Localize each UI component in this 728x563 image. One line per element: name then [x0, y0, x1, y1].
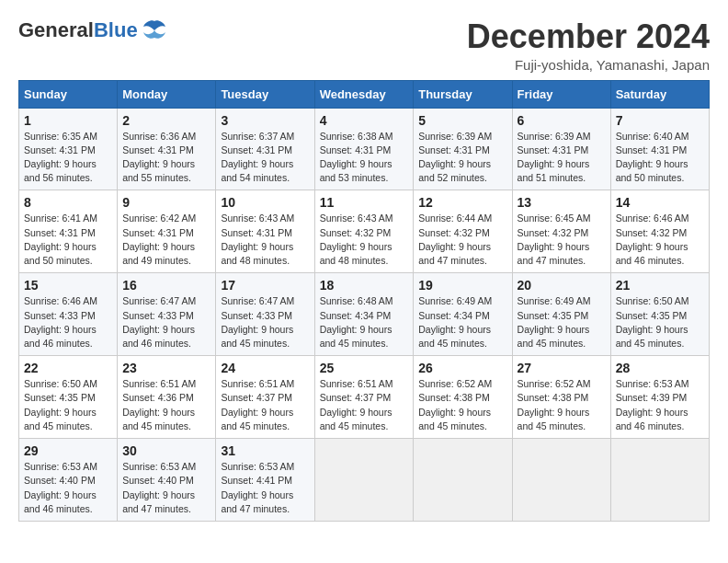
day-info: Sunrise: 6:53 AMSunset: 4:39 PMDaylight:…: [616, 377, 704, 433]
day-info: Sunrise: 6:39 AMSunset: 4:31 PMDaylight:…: [418, 130, 506, 186]
day-number: 16: [122, 278, 210, 293]
day-number: 22: [24, 361, 112, 375]
day-info: Sunrise: 6:51 AMSunset: 4:36 PMDaylight:…: [122, 377, 210, 433]
calendar-cell: 26Sunrise: 6:52 AMSunset: 4:38 PMDayligh…: [414, 356, 512, 439]
calendar-cell: 31Sunrise: 6:53 AMSunset: 4:41 PMDayligh…: [216, 439, 314, 522]
calendar-cell: 24Sunrise: 6:51 AMSunset: 4:37 PMDayligh…: [216, 356, 314, 439]
day-number: 5: [418, 113, 506, 128]
day-number: 6: [518, 113, 606, 128]
day-number: 27: [518, 361, 606, 375]
day-info: Sunrise: 6:52 AMSunset: 4:38 PMDaylight:…: [418, 377, 506, 433]
day-number: 25: [320, 361, 409, 375]
day-number: 10: [221, 195, 309, 210]
calendar-cell: 10Sunrise: 6:43 AMSunset: 4:31 PMDayligh…: [216, 190, 314, 273]
calendar-cell: 1Sunrise: 6:35 AMSunset: 4:31 PMDaylight…: [19, 108, 118, 190]
calendar-cell: 7Sunrise: 6:40 AMSunset: 4:31 PMDaylight…: [610, 108, 709, 190]
day-number: 30: [122, 443, 210, 458]
calendar-week-1: 1Sunrise: 6:35 AMSunset: 4:31 PMDaylight…: [19, 108, 710, 190]
day-info: Sunrise: 6:53 AMSunset: 4:41 PMDaylight:…: [221, 460, 309, 516]
calendar-cell: 6Sunrise: 6:39 AMSunset: 4:31 PMDaylight…: [512, 108, 610, 190]
calendar-cell: 8Sunrise: 6:41 AMSunset: 4:31 PMDaylight…: [19, 190, 118, 273]
day-number: 26: [418, 361, 506, 375]
day-info: Sunrise: 6:52 AMSunset: 4:38 PMDaylight:…: [518, 377, 606, 433]
day-info: Sunrise: 6:38 AMSunset: 4:31 PMDaylight:…: [320, 130, 409, 186]
day-number: 24: [221, 361, 309, 375]
calendar-cell: 25Sunrise: 6:51 AMSunset: 4:37 PMDayligh…: [314, 356, 414, 439]
day-info: Sunrise: 6:43 AMSunset: 4:32 PMDaylight:…: [320, 212, 409, 268]
day-info: Sunrise: 6:46 AMSunset: 4:33 PMDaylight:…: [24, 294, 112, 350]
day-number: 23: [122, 361, 210, 375]
logo-blue: Blue: [94, 18, 138, 41]
day-info: Sunrise: 6:37 AMSunset: 4:31 PMDaylight:…: [221, 130, 309, 186]
day-info: Sunrise: 6:45 AMSunset: 4:32 PMDaylight:…: [518, 212, 606, 268]
calendar-week-4: 22Sunrise: 6:50 AMSunset: 4:35 PMDayligh…: [19, 356, 710, 439]
calendar-cell: 23Sunrise: 6:51 AMSunset: 4:36 PMDayligh…: [118, 356, 216, 439]
calendar-cell: 5Sunrise: 6:39 AMSunset: 4:31 PMDaylight…: [414, 108, 512, 190]
calendar-cell: 21Sunrise: 6:50 AMSunset: 4:35 PMDayligh…: [610, 273, 709, 356]
day-number: 18: [320, 278, 409, 293]
day-number: 15: [24, 278, 112, 293]
day-number: 9: [122, 195, 210, 210]
calendar-cell: [512, 439, 610, 522]
day-info: Sunrise: 6:46 AMSunset: 4:32 PMDaylight:…: [616, 212, 704, 268]
calendar-body: 1Sunrise: 6:35 AMSunset: 4:31 PMDaylight…: [19, 108, 710, 521]
calendar-week-5: 29Sunrise: 6:53 AMSunset: 4:40 PMDayligh…: [19, 439, 710, 522]
day-info: Sunrise: 6:35 AMSunset: 4:31 PMDaylight:…: [24, 130, 112, 186]
calendar-cell: 16Sunrise: 6:47 AMSunset: 4:33 PMDayligh…: [118, 273, 216, 356]
calendar-cell: 13Sunrise: 6:45 AMSunset: 4:32 PMDayligh…: [512, 190, 610, 273]
calendar-cell: 3Sunrise: 6:37 AMSunset: 4:31 PMDaylight…: [216, 108, 314, 190]
day-number: 21: [616, 278, 704, 293]
title-block: December 2024 Fuji-yoshida, Yamanashi, J…: [467, 18, 710, 73]
calendar-week-2: 8Sunrise: 6:41 AMSunset: 4:31 PMDaylight…: [19, 190, 710, 273]
calendar-week-3: 15Sunrise: 6:46 AMSunset: 4:33 PMDayligh…: [19, 273, 710, 356]
calendar-cell: 12Sunrise: 6:44 AMSunset: 4:32 PMDayligh…: [414, 190, 512, 273]
calendar-cell: 4Sunrise: 6:38 AMSunset: 4:31 PMDaylight…: [314, 108, 414, 190]
day-number: 1: [24, 113, 112, 128]
day-info: Sunrise: 6:50 AMSunset: 4:35 PMDaylight:…: [24, 377, 112, 433]
day-info: Sunrise: 6:51 AMSunset: 4:37 PMDaylight:…: [320, 377, 409, 433]
day-number: 3: [221, 113, 309, 128]
day-info: Sunrise: 6:36 AMSunset: 4:31 PMDaylight:…: [122, 130, 210, 186]
weekday-tuesday: Tuesday: [216, 80, 314, 108]
weekday-header-row: SundayMondayTuesdayWednesdayThursdayFrid…: [19, 80, 710, 108]
day-info: Sunrise: 6:40 AMSunset: 4:31 PMDaylight:…: [616, 130, 704, 186]
weekday-thursday: Thursday: [414, 80, 512, 108]
weekday-monday: Monday: [118, 80, 216, 108]
page-header: GeneralBlue December 2024 Fuji-yoshida, …: [18, 18, 710, 73]
calendar-cell: [314, 439, 414, 522]
calendar-cell: 17Sunrise: 6:47 AMSunset: 4:33 PMDayligh…: [216, 273, 314, 356]
day-number: 29: [24, 443, 112, 458]
day-info: Sunrise: 6:49 AMSunset: 4:34 PMDaylight:…: [418, 294, 506, 350]
calendar-cell: 15Sunrise: 6:46 AMSunset: 4:33 PMDayligh…: [19, 273, 118, 356]
calendar-cell: 9Sunrise: 6:42 AMSunset: 4:31 PMDaylight…: [118, 190, 216, 273]
day-info: Sunrise: 6:53 AMSunset: 4:40 PMDaylight:…: [122, 460, 210, 516]
weekday-wednesday: Wednesday: [314, 80, 414, 108]
day-info: Sunrise: 6:53 AMSunset: 4:40 PMDaylight:…: [24, 460, 112, 516]
calendar-cell: 14Sunrise: 6:46 AMSunset: 4:32 PMDayligh…: [610, 190, 709, 273]
day-number: 13: [518, 195, 606, 210]
calendar-cell: 22Sunrise: 6:50 AMSunset: 4:35 PMDayligh…: [19, 356, 118, 439]
day-number: 2: [122, 113, 210, 128]
day-number: 4: [320, 113, 409, 128]
day-info: Sunrise: 6:47 AMSunset: 4:33 PMDaylight:…: [221, 294, 309, 350]
calendar-cell: 28Sunrise: 6:53 AMSunset: 4:39 PMDayligh…: [610, 356, 709, 439]
logo: GeneralBlue: [18, 18, 167, 42]
day-number: 20: [518, 278, 606, 293]
day-info: Sunrise: 6:50 AMSunset: 4:35 PMDaylight:…: [616, 294, 704, 350]
weekday-friday: Friday: [512, 80, 610, 108]
day-info: Sunrise: 6:39 AMSunset: 4:31 PMDaylight:…: [518, 130, 606, 186]
calendar-cell: 29Sunrise: 6:53 AMSunset: 4:40 PMDayligh…: [19, 439, 118, 522]
day-number: 8: [24, 195, 112, 210]
calendar-cell: 18Sunrise: 6:48 AMSunset: 4:34 PMDayligh…: [314, 273, 414, 356]
day-number: 28: [616, 361, 704, 375]
day-info: Sunrise: 6:43 AMSunset: 4:31 PMDaylight:…: [221, 212, 309, 268]
day-number: 17: [221, 278, 309, 293]
logo-text: GeneralBlue: [18, 18, 138, 42]
calendar-cell: 20Sunrise: 6:49 AMSunset: 4:35 PMDayligh…: [512, 273, 610, 356]
calendar-cell: [414, 439, 512, 522]
day-info: Sunrise: 6:41 AMSunset: 4:31 PMDaylight:…: [24, 212, 112, 268]
day-info: Sunrise: 6:51 AMSunset: 4:37 PMDaylight:…: [221, 377, 309, 433]
calendar-header: SundayMondayTuesdayWednesdayThursdayFrid…: [19, 80, 710, 108]
weekday-sunday: Sunday: [19, 80, 118, 108]
calendar-cell: 2Sunrise: 6:36 AMSunset: 4:31 PMDaylight…: [118, 108, 216, 190]
